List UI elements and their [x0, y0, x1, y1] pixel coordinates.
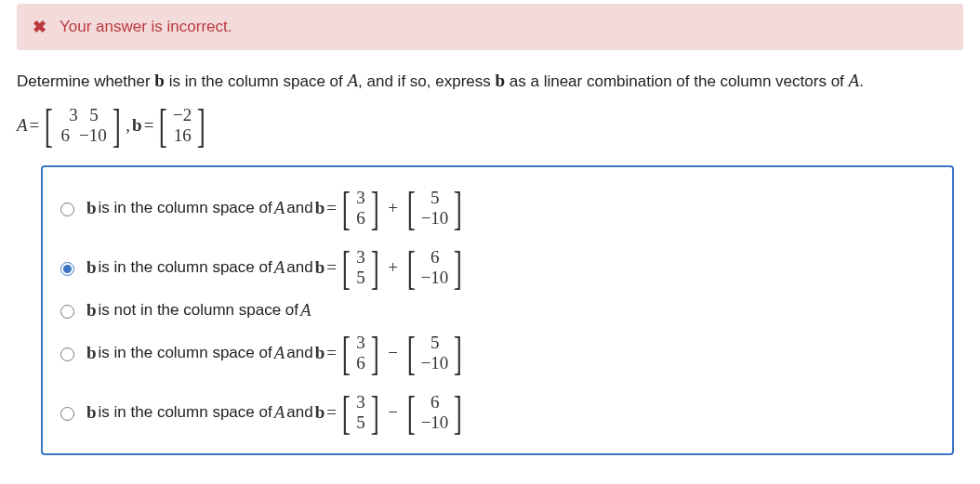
option-text: is in the column space of	[99, 403, 272, 422]
prompt-text: Determine whether	[17, 72, 154, 90]
option-b: b	[315, 343, 325, 363]
option-b: b	[315, 198, 325, 218]
option-b: b	[315, 402, 325, 423]
option-matrix-2: [5−10]	[404, 181, 466, 235]
option-matrix-2: [6−10]	[404, 386, 466, 439]
vector-b-label: b	[132, 115, 142, 136]
answer-option[interactable]: b is in the column space of A and b = [3…	[56, 178, 939, 238]
option-matrix-1: [36]	[338, 326, 382, 380]
radio-button[interactable]	[60, 407, 74, 421]
comma: ,	[126, 115, 130, 136]
option-content: b is not in the column space of A	[86, 300, 311, 320]
answer-option[interactable]: b is in the column space of A and b = [3…	[56, 323, 939, 383]
option-text: and	[286, 258, 312, 277]
option-b: b	[86, 257, 97, 278]
vector-b: [−216]	[155, 98, 209, 152]
option-A: A	[274, 198, 285, 218]
option-content: b is in the column space of A and b = [3…	[86, 326, 466, 380]
option-b: b	[86, 343, 97, 363]
option-b: b	[86, 402, 97, 423]
option-b: b	[86, 198, 97, 218]
equals-sign: =	[144, 115, 154, 136]
option-text: and	[286, 344, 312, 362]
answer-option[interactable]: b is in the column space of A and b = [3…	[56, 238, 939, 297]
option-text: is in the column space of	[99, 344, 272, 362]
feedback-banner: ✖ Your answer is incorrect.	[17, 4, 963, 50]
answer-option[interactable]: b is in the column space of A and b = [3…	[56, 383, 939, 442]
operator: −	[384, 343, 402, 363]
answer-options: b is in the column space of A and b = [3…	[41, 165, 954, 455]
option-text: is not in the column space of	[99, 301, 298, 320]
prompt-text: is in the column space of	[165, 72, 348, 90]
question-prompt: Determine whether b is in the column spa…	[17, 71, 963, 91]
operator: +	[384, 198, 402, 218]
given-equation: A = [356−10] , b = [−216]	[17, 98, 963, 152]
equals-sign: =	[326, 402, 337, 423]
prompt-b: b	[154, 71, 165, 90]
equals-sign: =	[30, 115, 40, 136]
matrix-A: [356−10]	[41, 98, 124, 152]
equals-sign: =	[326, 343, 337, 363]
option-A: A	[274, 402, 285, 423]
prompt-text: , and if so, express	[358, 72, 495, 90]
option-matrix-1: [35]	[338, 386, 382, 439]
option-b: b	[86, 300, 97, 320]
option-content: b is in the column space of A and b = [3…	[86, 386, 466, 439]
option-A: A	[274, 343, 285, 363]
option-content: b is in the column space of A and b = [3…	[86, 241, 466, 294]
option-content: b is in the column space of A and b = [3…	[86, 181, 466, 235]
option-A: A	[300, 300, 311, 320]
radio-button[interactable]	[60, 262, 74, 276]
matrix-A-label: A	[17, 115, 28, 136]
answer-option[interactable]: b is not in the column space of A	[56, 297, 939, 323]
radio-button[interactable]	[60, 203, 74, 216]
option-A: A	[274, 257, 285, 278]
prompt-text: as a linear combination of the column ve…	[505, 72, 848, 90]
incorrect-icon: ✖	[33, 19, 46, 35]
option-text: and	[286, 403, 312, 422]
prompt-b: b	[495, 71, 505, 90]
prompt-A: A	[849, 71, 860, 90]
equals-sign: =	[326, 198, 337, 218]
option-matrix-2: [6−10]	[404, 241, 466, 294]
option-matrix-1: [36]	[338, 181, 382, 235]
feedback-text: Your answer is incorrect.	[60, 18, 232, 36]
equals-sign: =	[326, 257, 337, 278]
option-matrix-1: [35]	[338, 241, 382, 294]
operator: +	[384, 257, 402, 278]
operator: −	[384, 402, 402, 423]
radio-button[interactable]	[60, 347, 74, 361]
option-text: is in the column space of	[99, 199, 272, 217]
option-b: b	[315, 257, 325, 278]
radio-button[interactable]	[60, 305, 74, 319]
option-matrix-2: [5−10]	[404, 326, 466, 380]
prompt-A: A	[347, 71, 358, 90]
option-text: is in the column space of	[99, 258, 272, 277]
prompt-text: .	[859, 72, 864, 90]
option-text: and	[286, 199, 312, 217]
